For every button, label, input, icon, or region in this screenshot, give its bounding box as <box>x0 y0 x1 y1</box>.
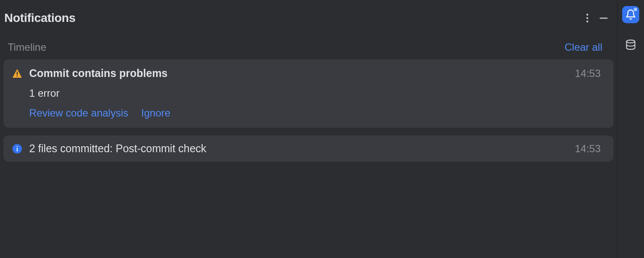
notification-card[interactable]: Commit contains problems 14:53 1 error R… <box>3 59 614 128</box>
notification-title: 2 files committed: Post-commit check <box>29 142 569 155</box>
svg-point-9 <box>626 40 635 43</box>
notification-time: 14:53 <box>575 143 601 155</box>
warning-icon <box>11 68 23 80</box>
timeline-label: Timeline <box>8 41 565 53</box>
database-tool-button[interactable] <box>622 36 639 53</box>
minimize-button[interactable] <box>599 13 608 23</box>
svg-point-0 <box>586 14 588 15</box>
notifications-panel: Notifications Timeline Clear al <box>0 0 617 258</box>
clear-all-link[interactable]: Clear all <box>565 41 602 53</box>
database-icon <box>625 39 636 50</box>
notification-card[interactable]: 2 files committed: Post-commit check 14:… <box>3 135 614 162</box>
minimize-icon <box>599 13 608 23</box>
panel-header-actions <box>586 13 608 23</box>
svg-rect-7 <box>17 148 18 151</box>
svg-rect-5 <box>17 75 18 76</box>
panel-header: Notifications <box>0 0 617 28</box>
notification-body: 1 error <box>11 87 601 99</box>
svg-rect-4 <box>17 71 18 75</box>
more-vertical-icon <box>586 13 589 23</box>
timeline-section-header: Timeline Clear all <box>0 28 617 59</box>
svg-point-1 <box>586 17 588 19</box>
bell-indicator-dot <box>634 8 637 11</box>
right-tool-rail <box>617 0 644 258</box>
notifications-tool-button[interactable] <box>622 6 639 23</box>
svg-rect-8 <box>17 146 18 147</box>
review-code-analysis-link[interactable]: Review code analysis <box>29 107 128 119</box>
svg-point-2 <box>586 21 588 22</box>
svg-rect-3 <box>600 18 608 19</box>
panel-title: Notifications <box>4 11 586 25</box>
more-options-button[interactable] <box>586 13 589 23</box>
notification-title: Commit contains problems <box>29 67 569 80</box>
notification-actions: Review code analysis Ignore <box>11 107 601 119</box>
notification-time: 14:53 <box>575 68 601 80</box>
info-icon <box>11 143 23 155</box>
notification-list: Commit contains problems 14:53 1 error R… <box>0 59 617 162</box>
ignore-link[interactable]: Ignore <box>141 107 170 119</box>
